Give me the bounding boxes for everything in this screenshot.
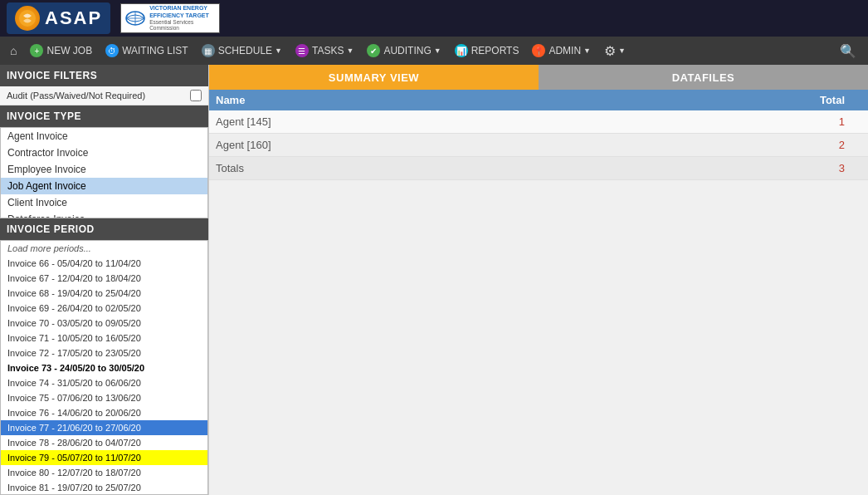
nav-waiting-list[interactable]: ⏱ WAITING LIST xyxy=(99,37,195,65)
vet-title-line1: VICTORIAN ENERGY EFFICIENCY TARGET xyxy=(149,5,216,19)
nav-tasks[interactable]: ☰ TASKS ▼ xyxy=(289,37,360,65)
nav-bar: ⌂ + NEW JOB ⏱ WAITING LIST ▦ SCHEDULE ▼ … xyxy=(0,37,868,65)
period-item[interactable]: Invoice 76 - 14/06/20 to 20/06/20 xyxy=(1,405,207,420)
home-icon: ⌂ xyxy=(10,44,17,57)
period-item[interactable]: Invoice 75 - 07/06/20 to 13/06/20 xyxy=(1,390,207,405)
audit-checkbox[interactable] xyxy=(190,90,202,101)
logo-icon xyxy=(15,6,40,31)
table-row: Agent [160] 2 xyxy=(209,134,868,157)
period-item[interactable]: Invoice 79 - 05/07/20 to 11/07/20 xyxy=(1,450,207,465)
period-item[interactable]: Invoice 78 - 28/06/20 to 04/07/20 xyxy=(1,435,207,450)
row-total: 2 xyxy=(778,139,861,151)
schedule-icon: ▦ xyxy=(202,44,215,57)
vet-subtitle: Essential Services Commission xyxy=(149,19,216,31)
nav-auditing[interactable]: ✔ AUDITING ▼ xyxy=(360,37,447,65)
row-name: Agent [145] xyxy=(216,115,778,128)
waiting-list-icon: ⏱ xyxy=(105,44,119,57)
settings-icon: ⚙ xyxy=(604,43,616,59)
invoice-type-item[interactable]: Agent Invoice xyxy=(1,128,207,145)
period-item[interactable]: Invoice 66 - 05/04/20 to 11/04/20 xyxy=(1,256,207,271)
period-item[interactable]: Load more periods... xyxy=(1,241,207,256)
logo-bar: ASAP VICTORIAN ENERGY EFFICIENCY TARGET … xyxy=(0,0,868,37)
settings-arrow: ▼ xyxy=(618,47,626,55)
period-item[interactable]: Invoice 72 - 17/05/20 to 23/05/20 xyxy=(1,346,207,360)
totals-row: Totals 3 xyxy=(209,157,868,180)
period-item[interactable]: Invoice 74 - 31/05/20 to 06/06/20 xyxy=(1,375,207,390)
new-job-icon: + xyxy=(30,44,43,57)
tasks-arrow: ▼ xyxy=(346,47,354,55)
reports-icon: 📊 xyxy=(455,44,468,57)
nav-schedule[interactable]: ▦ SCHEDULE ▼ xyxy=(195,37,289,65)
auditing-icon: ✔ xyxy=(367,44,380,57)
invoice-period-list: Load more periods...Invoice 66 - 05/04/2… xyxy=(0,240,208,495)
audit-label: Audit (Pass/Waived/Not Required) xyxy=(7,91,190,100)
row-total: 1 xyxy=(778,115,861,128)
content-area: SUMMARY VIEW DATAFILES Name Total Agent … xyxy=(209,65,868,495)
search-button[interactable]: 🔍 xyxy=(831,40,865,62)
invoice-period-header: INVOICE PERIOD xyxy=(0,218,208,240)
tasks-icon: ☰ xyxy=(295,44,309,57)
period-item[interactable]: Invoice 67 - 12/04/20 to 18/04/20 xyxy=(1,271,207,286)
nav-home[interactable]: ⌂ xyxy=(3,37,23,65)
row-name: Agent [160] xyxy=(216,139,778,151)
nav-reports[interactable]: 📊 REPORTS xyxy=(448,37,526,65)
totals-total: 3 xyxy=(778,162,861,174)
col-name-header: Name xyxy=(216,94,778,106)
logo-text: ASAP xyxy=(45,7,102,29)
invoice-filters-header: INVOICE FILTERS xyxy=(0,65,208,86)
main-layout: INVOICE FILTERS Audit (Pass/Waived/Not R… xyxy=(0,65,868,495)
nav-new-job[interactable]: + NEW JOB xyxy=(23,37,99,65)
period-item[interactable]: Invoice 68 - 19/04/20 to 25/04/20 xyxy=(1,286,207,301)
invoice-type-item[interactable]: Dataforce Invoice xyxy=(1,211,207,218)
tab-bar: SUMMARY VIEW DATAFILES xyxy=(209,65,868,90)
logo-area: ASAP xyxy=(7,2,110,34)
period-item[interactable]: Invoice 81 - 19/07/20 to 25/07/20 xyxy=(1,480,207,495)
period-item[interactable]: Invoice 71 - 10/05/20 to 16/05/20 xyxy=(1,331,207,346)
col-total-header: Total xyxy=(778,94,861,106)
totals-label: Totals xyxy=(216,162,778,174)
period-item[interactable]: Invoice 80 - 12/07/20 to 18/07/20 xyxy=(1,465,207,480)
audit-row: Audit (Pass/Waived/Not Required) xyxy=(0,86,208,105)
period-item[interactable]: Invoice 73 - 24/05/20 to 30/05/20 xyxy=(1,360,207,375)
svg-point-0 xyxy=(19,10,36,27)
invoice-type-item[interactable]: Job Agent Invoice xyxy=(1,178,207,194)
vet-logo: VICTORIAN ENERGY EFFICIENCY TARGET Essen… xyxy=(120,3,220,33)
period-item[interactable]: Invoice 69 - 26/04/20 to 02/05/20 xyxy=(1,301,207,316)
period-item[interactable]: Invoice 70 - 03/05/20 to 09/05/20 xyxy=(1,316,207,331)
sidebar: INVOICE FILTERS Audit (Pass/Waived/Not R… xyxy=(0,65,209,495)
nav-admin[interactable]: 📍 ADMIN ▼ xyxy=(525,37,597,65)
invoice-type-item[interactable]: Client Invoice xyxy=(1,194,207,211)
invoice-type-header: INVOICE TYPE xyxy=(0,105,208,127)
period-item[interactable]: Invoice 77 - 21/06/20 to 27/06/20 xyxy=(1,420,207,435)
admin-arrow: ▼ xyxy=(583,47,591,55)
invoice-type-item[interactable]: Contractor Invoice xyxy=(1,145,207,161)
auditing-arrow: ▼ xyxy=(434,47,441,55)
tab-datafiles[interactable]: DATAFILES xyxy=(539,65,868,90)
invoice-type-item[interactable]: Employee Invoice xyxy=(1,161,207,178)
table-header: Name Total xyxy=(209,90,868,110)
table-row: Agent [145] 1 xyxy=(209,110,868,134)
data-table: Agent [145] 1Agent [160] 2Totals 3 xyxy=(209,110,868,495)
tab-summary-view[interactable]: SUMMARY VIEW xyxy=(209,65,539,90)
schedule-arrow: ▼ xyxy=(275,47,282,55)
admin-icon: 📍 xyxy=(532,44,545,57)
nav-settings[interactable]: ⚙ ▼ xyxy=(597,37,632,65)
invoice-type-list: Agent InvoiceContractor InvoiceEmployee … xyxy=(0,127,208,218)
